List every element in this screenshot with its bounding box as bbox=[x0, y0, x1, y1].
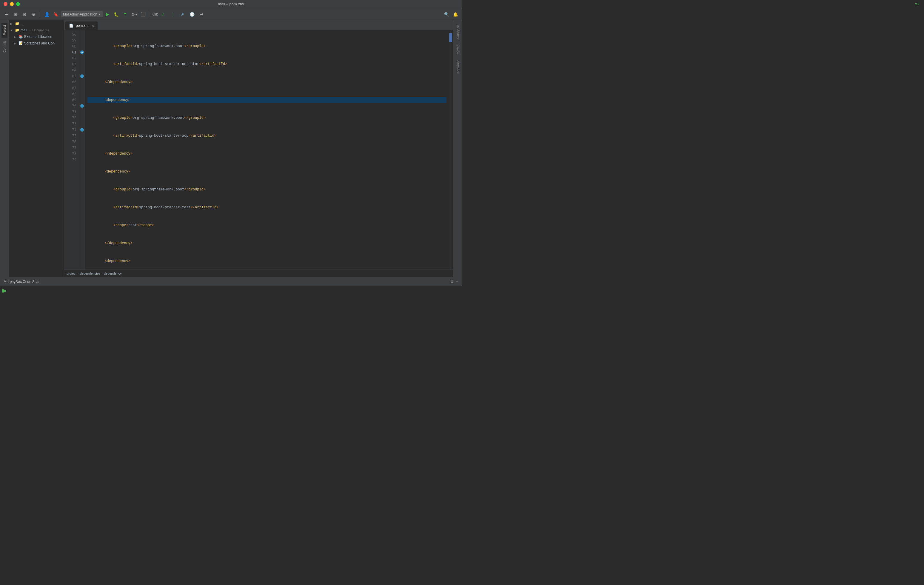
gutter-71 bbox=[79, 109, 85, 115]
minimize-button[interactable] bbox=[10, 2, 14, 6]
git-check-btn[interactable]: ✓ bbox=[159, 10, 167, 18]
stop-button[interactable]: ⬛ bbox=[139, 10, 147, 18]
project-tree-button[interactable]: ⊞ bbox=[12, 10, 20, 18]
scan-run-button[interactable] bbox=[2, 289, 7, 292]
git-update-btn[interactable]: ↑ bbox=[168, 10, 177, 18]
settings-button[interactable]: ⚙ bbox=[29, 10, 38, 18]
breadcrumb-dependencies[interactable]: dependencies bbox=[80, 272, 101, 275]
tree-item-mall[interactable]: ▼ 📁 mall ~/Documents bbox=[9, 27, 64, 33]
close-panel-icon[interactable]: − bbox=[456, 279, 459, 284]
sidebar-item-maven[interactable]: Maven bbox=[455, 42, 461, 57]
ln-66: 66 bbox=[64, 79, 79, 85]
editor-scrollbar[interactable]: ▼4 bbox=[449, 30, 453, 269]
tree-item-ext-libs[interactable]: ▶ 📚 External Libraries bbox=[9, 33, 64, 40]
debug-button[interactable]: 🐛 bbox=[112, 10, 120, 18]
gutter-75 bbox=[79, 133, 85, 139]
breakpoint-74[interactable] bbox=[80, 128, 84, 132]
tree-item-ext-label: External Libraries bbox=[24, 35, 52, 39]
window-title: mall – pom.xml bbox=[218, 2, 244, 6]
breakpoint-65[interactable] bbox=[80, 74, 84, 78]
tree-arrow-ext: ▶ bbox=[14, 35, 17, 38]
toolbar-divider-1 bbox=[40, 12, 40, 17]
code-line-64: </dependency> bbox=[87, 151, 447, 157]
gutter-58 bbox=[79, 31, 85, 37]
gutter-60 bbox=[79, 43, 85, 49]
breadcrumb-dependency[interactable]: dependency bbox=[104, 272, 122, 275]
sidebar-item-commit[interactable]: Commit bbox=[2, 39, 7, 55]
breadcrumb-project[interactable]: project bbox=[66, 272, 76, 275]
code-line-60: </dependency> bbox=[87, 79, 447, 85]
tab-icon: 📄 bbox=[69, 23, 73, 28]
main-layout: Project Commit ▶ 📁 .. ▼ 📁 mall ~/Documen… bbox=[0, 20, 462, 277]
sidebar-item-project[interactable]: Project bbox=[2, 23, 7, 38]
maximize-button[interactable] bbox=[16, 2, 20, 6]
git-revert-btn[interactable]: ↩ bbox=[197, 10, 206, 18]
tab-pom-xml[interactable]: 📄 pom.xml ✕ bbox=[65, 21, 97, 30]
gutter-79 bbox=[79, 157, 85, 163]
sidebar-item-appmaps[interactable]: AppMaps bbox=[455, 57, 461, 76]
code-line-61: <dependency> bbox=[87, 97, 447, 103]
ln-67: 67 bbox=[64, 85, 79, 91]
ext-libs-icon: 📚 bbox=[18, 35, 23, 39]
gutter-62 bbox=[79, 55, 85, 61]
tree-item-back[interactable]: ▶ 📁 .. bbox=[9, 20, 64, 27]
run-config-selector[interactable]: MallAdminApplication ▾ bbox=[61, 12, 103, 17]
git-history-btn[interactable]: 🕐 bbox=[188, 10, 196, 18]
coverage-button[interactable]: ☂ bbox=[121, 10, 130, 18]
tree-arrow-mall: ▼ bbox=[10, 29, 14, 32]
gutter-59 bbox=[79, 37, 85, 43]
gutter: ● bbox=[79, 30, 85, 269]
person-icon-btn[interactable]: 👤 bbox=[43, 10, 51, 18]
gutter-64 bbox=[79, 67, 85, 73]
search-btn[interactable]: 🔍 bbox=[442, 10, 450, 18]
code-line-62: <groupId>org.springframework.boot</group… bbox=[87, 115, 447, 121]
ln-73: 73 bbox=[64, 121, 79, 127]
ln-62: 62 bbox=[64, 55, 79, 61]
bottom-panel-title: MurphySec Code Scan bbox=[3, 280, 40, 284]
bookmark-btn[interactable]: 🔖 bbox=[52, 10, 60, 18]
ln-58: 58 bbox=[64, 31, 79, 37]
breakpoint-61[interactable]: ● bbox=[80, 50, 84, 54]
more-run-btn[interactable]: ⚙▾ bbox=[130, 10, 139, 18]
toolbar: ⬅ ⊞ ⊟ ⚙ 👤 🔖 MallAdminApplication ▾ ▶ 🐛 ☂… bbox=[0, 8, 462, 20]
gutter-74 bbox=[79, 127, 85, 133]
gutter-61: ● bbox=[79, 49, 85, 55]
ln-75: 75 bbox=[64, 133, 79, 139]
tree-item-label: .. bbox=[21, 21, 23, 26]
gutter-65 bbox=[79, 73, 85, 79]
tab-filename: pom.xml bbox=[76, 23, 89, 28]
code-line-58: <groupId>org.springframework.boot</group… bbox=[87, 43, 447, 49]
ln-78: 78 bbox=[64, 151, 79, 157]
back-button[interactable]: ⬅ bbox=[2, 10, 11, 18]
scratches-icon: 📝 bbox=[18, 41, 23, 45]
settings-icon[interactable]: ⚙ bbox=[450, 279, 454, 284]
editor-area: 📄 pom.xml ✕ 58 59 60 61 62 63 64 65 66 6… bbox=[64, 20, 453, 277]
breadcrumb-sep-2: › bbox=[101, 272, 103, 275]
ln-61: 61 bbox=[64, 49, 79, 55]
breakpoint-70[interactable] bbox=[80, 104, 84, 108]
ln-59: 59 bbox=[64, 37, 79, 43]
git-push-btn[interactable]: ↗ bbox=[178, 10, 186, 18]
line-numbers: 58 59 60 61 62 63 64 65 66 67 68 69 70 7… bbox=[64, 30, 79, 269]
run-button[interactable]: ▶ bbox=[103, 10, 112, 18]
git-label: Git: bbox=[152, 12, 158, 17]
tree-item-scratches[interactable]: ▶ 📝 Scratches and Con bbox=[9, 40, 64, 46]
collapse-button[interactable]: ⊟ bbox=[20, 10, 29, 18]
ln-77: 77 bbox=[64, 145, 79, 151]
tree-arrow-scratches: ▶ bbox=[14, 42, 17, 45]
close-button[interactable] bbox=[3, 2, 7, 6]
tab-close-btn[interactable]: ✕ bbox=[92, 24, 94, 28]
ln-63: 63 bbox=[64, 61, 79, 67]
breadcrumb: project › dependencies › dependency bbox=[64, 269, 453, 277]
code-line-67: <artifactId>spring-boot-starter-test</ar… bbox=[87, 205, 447, 210]
tree-item-scratches-label: Scratches and Con bbox=[24, 41, 54, 45]
gutter-63 bbox=[79, 61, 85, 67]
dropdown-arrow: ▾ bbox=[99, 12, 100, 17]
notification-btn[interactable]: 🔔 bbox=[451, 10, 460, 18]
bottom-panel: MurphySec Code Scan ⚙ − 启动墨菲安全检测插件扫描发现您代… bbox=[0, 277, 462, 292]
sidebar-item-database[interactable]: Database bbox=[455, 23, 461, 41]
code-line-63: <artifactId>spring-boot-starter-aop</art… bbox=[87, 133, 447, 139]
tree-arrow: ▶ bbox=[10, 22, 14, 25]
gutter-67 bbox=[79, 85, 85, 91]
code-content[interactable]: <groupId>org.springframework.boot</group… bbox=[85, 30, 449, 269]
